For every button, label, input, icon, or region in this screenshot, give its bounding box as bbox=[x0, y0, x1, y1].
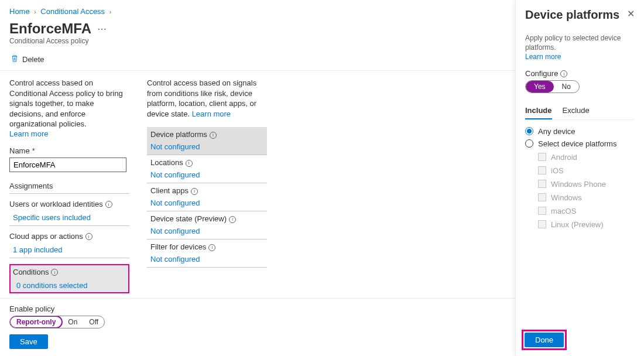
conditions-value-link[interactable]: 0 conditions selected bbox=[16, 281, 87, 290]
condition-item[interactable]: Device state (Preview) iNot configured bbox=[147, 211, 267, 239]
info-icon[interactable]: i bbox=[191, 188, 198, 195]
condition-label: Locations bbox=[150, 158, 183, 167]
users-value-link[interactable]: Specific users included bbox=[13, 213, 91, 222]
checkbox-icon bbox=[538, 220, 546, 228]
footer: Enable policy Report-only On Off Save bbox=[0, 298, 515, 356]
info-icon[interactable]: i bbox=[186, 160, 193, 167]
info-icon[interactable]: i bbox=[229, 216, 236, 223]
toggle-report-only[interactable]: Report-only bbox=[9, 316, 63, 328]
radio-select-label: Select device platforms bbox=[538, 139, 616, 148]
checkbox-icon bbox=[538, 166, 546, 174]
blade-title: Device platforms bbox=[525, 8, 619, 22]
blade-description: Apply policy to selected device platform… bbox=[525, 34, 621, 52]
toggle-off[interactable]: Off bbox=[83, 316, 104, 328]
checkbox-icon bbox=[538, 207, 546, 215]
apps-label: Cloud apps or actions bbox=[9, 232, 83, 241]
condition-item[interactable]: Locations iNot configured bbox=[147, 155, 267, 183]
platform-checkbox-row: macOS bbox=[538, 207, 635, 215]
tab-exclude[interactable]: Exclude bbox=[563, 106, 590, 119]
save-button[interactable]: Save bbox=[9, 334, 48, 349]
breadcrumb: Home › Conditional Access › bbox=[9, 6, 506, 19]
info-icon[interactable]: i bbox=[51, 269, 58, 276]
platform-checkbox-row: iOS bbox=[538, 166, 635, 175]
configure-toggle[interactable]: Yes No bbox=[525, 80, 580, 93]
info-icon[interactable]: i bbox=[208, 244, 215, 251]
done-highlight: Done bbox=[522, 330, 567, 350]
name-input[interactable] bbox=[9, 158, 126, 172]
radio-icon bbox=[525, 127, 533, 135]
platform-checkbox-row: Windows Phone bbox=[538, 180, 635, 189]
page-title: EnforceMFA bbox=[9, 20, 91, 37]
configure-yes[interactable]: Yes bbox=[526, 81, 554, 93]
condition-value-link[interactable]: Not configured bbox=[150, 227, 200, 235]
learn-more-link[interactable]: Learn more bbox=[525, 53, 561, 61]
breadcrumb-conditional-access[interactable]: Conditional Access bbox=[40, 7, 105, 16]
users-label: Users or workload identities bbox=[9, 200, 103, 208]
close-icon[interactable]: ✕ bbox=[627, 8, 635, 19]
radio-any-label: Any device bbox=[538, 127, 576, 136]
breadcrumb-home[interactable]: Home bbox=[9, 7, 30, 16]
enable-policy-label: Enable policy bbox=[9, 304, 506, 313]
condition-label: Device platforms bbox=[150, 130, 207, 139]
checkbox-icon bbox=[538, 153, 546, 161]
device-platforms-blade: Device platforms ✕ Apply policy to selec… bbox=[515, 0, 644, 356]
divider bbox=[0, 70, 515, 71]
chevron-right-icon: › bbox=[109, 9, 111, 15]
condition-label: Client apps bbox=[150, 186, 189, 195]
condition-item[interactable]: Filter for devices iNot configured bbox=[147, 239, 267, 268]
platform-checkbox-row: Android bbox=[538, 153, 635, 162]
platform-label: iOS bbox=[551, 166, 564, 175]
apps-value-link[interactable]: 1 app included bbox=[13, 245, 63, 254]
radio-select-platforms[interactable]: Select device platforms bbox=[525, 139, 635, 148]
radio-any-device[interactable]: Any device bbox=[525, 127, 635, 136]
platform-label: Windows bbox=[551, 193, 582, 202]
learn-more-link[interactable]: Learn more bbox=[192, 109, 231, 118]
condition-label: Filter for devices bbox=[150, 242, 206, 251]
platform-label: macOS bbox=[551, 207, 576, 215]
chevron-right-icon: › bbox=[34, 9, 36, 15]
info-icon[interactable]: i bbox=[210, 132, 217, 139]
required-asterisk: * bbox=[32, 146, 35, 155]
col1-help: Control access based on Conditional Acce… bbox=[9, 78, 129, 129]
platform-checkbox-row: Linux (Preview) bbox=[538, 220, 635, 229]
condition-item[interactable]: Client apps iNot configured bbox=[147, 183, 267, 211]
info-icon[interactable]: i bbox=[560, 70, 567, 77]
conditions-label: Conditions bbox=[13, 268, 49, 276]
toggle-on[interactable]: On bbox=[62, 316, 83, 328]
info-icon[interactable]: i bbox=[105, 201, 112, 208]
learn-more-link[interactable]: Learn more bbox=[9, 129, 48, 138]
tab-include[interactable]: Include bbox=[525, 106, 552, 119]
assignments-title: Assignments bbox=[9, 182, 129, 194]
conditions-row[interactable]: Conditions i 0 conditions selected bbox=[9, 264, 129, 293]
condition-value-link[interactable]: Not configured bbox=[150, 170, 200, 179]
condition-value-link[interactable]: Not configured bbox=[150, 255, 200, 263]
checkbox-icon bbox=[538, 193, 546, 201]
platform-checkbox-row: Windows bbox=[538, 193, 635, 202]
checkbox-icon bbox=[538, 180, 546, 188]
radio-icon bbox=[525, 139, 533, 148]
configure-no[interactable]: No bbox=[554, 81, 579, 93]
trash-icon bbox=[11, 54, 19, 64]
enable-policy-toggle[interactable]: Report-only On Off bbox=[9, 316, 105, 328]
platform-label: Android bbox=[551, 153, 577, 162]
condition-item[interactable]: Device platforms iNot configured bbox=[147, 127, 267, 155]
done-button[interactable]: Done bbox=[525, 333, 564, 347]
condition-value-link[interactable]: Not configured bbox=[150, 198, 200, 207]
name-label: Name bbox=[9, 146, 30, 155]
info-icon[interactable]: i bbox=[85, 233, 93, 240]
more-icon[interactable]: ⋯ bbox=[97, 23, 107, 35]
configure-label: Configure bbox=[525, 69, 558, 78]
delete-button[interactable]: Delete bbox=[9, 52, 46, 67]
condition-value-link[interactable]: Not configured bbox=[150, 142, 200, 151]
platform-label: Windows Phone bbox=[551, 180, 606, 189]
delete-label: Delete bbox=[22, 55, 44, 64]
condition-label: Device state (Preview) bbox=[150, 214, 227, 223]
page-subtitle: Conditional Access policy bbox=[9, 37, 506, 45]
platform-label: Linux (Preview) bbox=[551, 220, 604, 229]
